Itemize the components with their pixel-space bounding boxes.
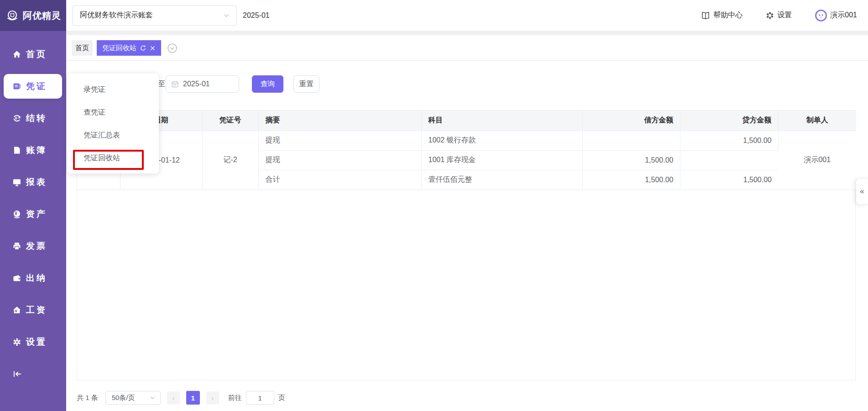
settings-link[interactable]: 设置 (765, 11, 792, 20)
cell-credit: 1,500.00 (680, 131, 778, 150)
report-chart-icon (12, 178, 21, 187)
sidebar-nav: 首页 凭证 ¥ (0, 31, 66, 390)
user-avatar (815, 9, 827, 22)
page-number-1[interactable]: 1 (186, 391, 200, 405)
reset-label: 重置 (299, 79, 314, 89)
next-icon: › (211, 394, 214, 402)
next-page-button[interactable]: › (206, 391, 219, 404)
sidebar-item-payroll[interactable]: ¥ 工资 (0, 294, 66, 326)
sidebar-item-label: 结转 (26, 112, 47, 124)
query-label: 查询 (261, 79, 275, 89)
sidebar-item-carryover[interactable]: ¥ 结转 (0, 102, 66, 134)
sidebar-item-label: 设置 (26, 336, 47, 348)
cell-debit (582, 131, 680, 150)
account-set-value: 阿优财务软件演示账套 (80, 11, 153, 20)
voucher-table: 日期 凭证号 摘要 科目 借方金额 贷方金额 制单人 2025-01-12 (77, 110, 856, 380)
current-page: 1 (191, 394, 195, 402)
sidebar-item-invoice[interactable]: 发票 (0, 230, 66, 262)
gear-icon (765, 11, 774, 20)
submenu-item-record-voucher[interactable]: 录凭证 (67, 78, 159, 101)
double-chevron-left-icon: « (860, 187, 864, 196)
col-preparer: 制单人 (778, 111, 856, 131)
panel-collapse-handle[interactable]: « (856, 178, 868, 205)
date-range-separator: 至 (158, 79, 165, 89)
tab-home-label: 首页 (75, 44, 89, 53)
help-book-icon (701, 11, 711, 20)
tab-bar: 首页 凭证回收站 (66, 35, 868, 61)
col-debit: 借方金额 (582, 111, 680, 131)
voucher-submenu: 录凭证 查凭证 凭证汇总表 凭证回收站 (67, 74, 159, 174)
cell-summary: 提现 (258, 131, 421, 150)
account-set-select[interactable]: 阿优财务软件演示账套 (72, 5, 237, 26)
tab-close-icon[interactable] (150, 45, 156, 51)
sidebar-item-label: 资产 (26, 208, 47, 220)
table-header-row: 日期 凭证号 摘要 科目 借方金额 贷方金额 制单人 (77, 111, 856, 131)
sidebar-item-label: 工资 (26, 304, 47, 316)
submenu-label: 查凭证 (84, 108, 105, 117)
date-to-input[interactable]: 2025-01 (166, 75, 239, 93)
pagination: 共 1 条 50条/页 ‹ 1 › 前往 (77, 390, 285, 405)
prev-page-button[interactable]: ‹ (167, 391, 180, 404)
carryover-cycle-icon: ¥ (12, 114, 21, 123)
submenu-item-search-voucher[interactable]: 查凭证 (67, 101, 159, 124)
header-divider (66, 31, 868, 35)
query-button[interactable]: 查询 (252, 75, 283, 93)
submenu-item-voucher-recycle[interactable]: 凭证回收站 (67, 147, 159, 169)
collapse-left-icon (12, 369, 22, 379)
brand-coin-icon (5, 9, 19, 22)
goto-label: 前往 (228, 394, 242, 402)
help-label: 帮助中心 (713, 11, 743, 20)
cell-voucher-no: 记-2 (202, 131, 258, 190)
tab-home[interactable]: 首页 (72, 40, 93, 56)
help-center-link[interactable]: 帮助中心 (701, 11, 743, 20)
tab-refresh-icon[interactable] (140, 45, 146, 52)
sidebar-item-label: 账簿 (26, 144, 47, 156)
svg-text:¥: ¥ (15, 211, 19, 216)
sidebar-item-settings[interactable]: 设置 (0, 326, 66, 358)
submenu-item-voucher-summary[interactable]: 凭证汇总表 (67, 124, 159, 147)
page-size-select[interactable]: 50条/页 (105, 391, 161, 405)
voucher-icon (12, 82, 21, 91)
brand-name: 阿优精灵 (23, 10, 61, 22)
tab-list-dropdown-icon[interactable] (167, 43, 177, 53)
svg-text:¥: ¥ (15, 309, 19, 313)
submenu-label: 凭证汇总表 (84, 131, 120, 140)
col-subject: 科目 (421, 111, 582, 131)
main-area: 阿优财务软件演示账套 2025-01 帮助中心 (66, 0, 868, 411)
sidebar-item-report[interactable]: 报表 (0, 166, 66, 198)
asset-coin-icon: ¥ (12, 210, 21, 219)
user-menu[interactable]: 演示001 (815, 9, 857, 22)
cell-debit: 1,500.00 (582, 150, 680, 170)
sidebar-item-label: 凭证 (26, 80, 47, 92)
svg-text:¥: ¥ (15, 116, 19, 121)
cell-preparer: 演示001 (778, 131, 856, 190)
prev-icon: ‹ (172, 394, 174, 402)
table-row[interactable]: 2025-01-12 记-2 提现 1002 银行存款 1,500.00 演示0… (77, 131, 856, 150)
col-credit: 贷方金额 (680, 111, 778, 131)
cell-subject: 壹仟伍佰元整 (421, 170, 582, 190)
goto-page-input[interactable] (246, 391, 274, 405)
brand-logo: 阿优精灵 (0, 0, 66, 31)
cashier-wallet-icon (12, 274, 21, 283)
sidebar-item-home[interactable]: 首页 (0, 38, 66, 70)
sidebar-item-assets[interactable]: ¥ 资产 (0, 198, 66, 230)
cell-subject: 1002 银行存款 (421, 131, 582, 150)
sidebar: 阿优精灵 首页 凭证 (0, 0, 66, 411)
total-count: 共 1 条 (77, 394, 98, 402)
col-voucher-no: 凭证号 (202, 111, 258, 131)
user-name: 演示001 (830, 11, 857, 20)
home-icon (12, 50, 21, 59)
settings-label: 设置 (777, 11, 792, 20)
tab-active-label: 凭证回收站 (102, 44, 136, 53)
invoice-printer-icon (12, 242, 21, 251)
sidebar-item-cashier[interactable]: 出纳 (0, 262, 66, 294)
sidebar-item-label: 报表 (26, 176, 47, 188)
tab-voucher-recycle[interactable]: 凭证回收站 (97, 40, 161, 56)
sidebar-item-voucher[interactable]: 凭证 (4, 74, 62, 99)
sidebar-item-ledger[interactable]: 账簿 (0, 134, 66, 166)
settings-gear-icon (12, 337, 21, 347)
col-summary: 摘要 (258, 111, 421, 131)
app-window: 阿优精灵 首页 凭证 (0, 0, 868, 411)
reset-button[interactable]: 重置 (293, 75, 319, 93)
sidebar-collapse-button[interactable] (0, 358, 66, 390)
